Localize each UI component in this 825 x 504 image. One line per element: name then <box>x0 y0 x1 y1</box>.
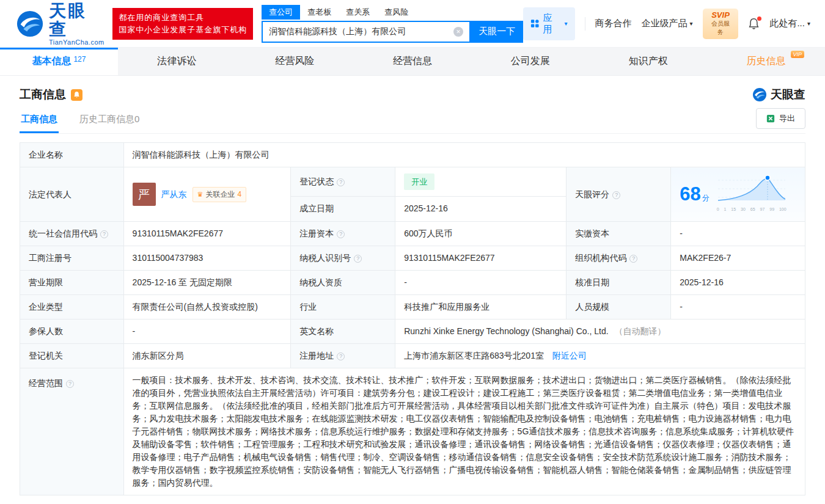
menu-cooperation[interactable]: 商务合作 <box>595 18 631 29</box>
search-tab-boss[interactable]: 查老板 <box>300 5 339 20</box>
search-tab-risk[interactable]: 查风险 <box>377 5 416 20</box>
header-menu: 应用 ▾ 商务合作 企业级产品 ▾ SVIP 会员服务 此处有... ▾ <box>523 7 810 40</box>
tab-intellectual-property[interactable]: 知识产权 <box>589 48 707 75</box>
field-label: 组织机构代码 <box>575 253 626 263</box>
table-row: 参保人数 - 英文名称 Runzhi Xinke Energy Technolo… <box>20 320 805 344</box>
status-badge: 开业 <box>404 173 435 190</box>
tianyancha-logo[interactable]: 天眼查 TianYanCha.com <box>16 2 105 46</box>
clear-search-icon[interactable]: ✕ <box>453 27 463 37</box>
subtab-business-info[interactable]: 工商信息 <box>20 108 59 133</box>
top-header: 天眼查 TianYanCha.com 都在用的商业查询工具 国家中小企业发展子基… <box>0 0 825 48</box>
related-companies-label: 关联企业 <box>205 188 235 201</box>
main-content: 工商信息 天眼查 工商信息 历史工商信息0 导出 <box>0 87 825 495</box>
tab-label: 经营信息 <box>393 55 432 68</box>
search-tab-relation[interactable]: 查关系 <box>339 5 377 20</box>
menu-more[interactable]: 此处有... ▾ <box>769 18 810 29</box>
subtab-history-business-info[interactable]: 历史工商信息0 <box>78 108 141 133</box>
nearby-companies-link[interactable]: 附近公司 <box>552 351 587 360</box>
table-row: 登记机关 浦东新区分局 注册地址? 上海市浦东新区枣庄路683号北201室 附近… <box>20 344 805 368</box>
company-name-value: 润智信科能源科技（上海）有限公司 <box>123 143 805 167</box>
insured-count-value: - <box>123 320 291 344</box>
table-row: 工商注册号 310115004737983 纳税人识别号? 91310115MA… <box>20 246 805 271</box>
tab-history-info[interactable]: 历史信息 VIP <box>707 48 825 75</box>
excel-export-icon <box>766 114 775 123</box>
business-term-value: 2025-12-16 至 无固定期限 <box>123 271 291 295</box>
legal-rep-avatar[interactable]: 严 <box>133 183 156 206</box>
svip-sublabel: 会员服务 <box>709 20 733 37</box>
chevron-down-icon: ▾ <box>689 20 692 27</box>
field-label: 纳税人识别号 <box>299 253 351 263</box>
tab-label: 法律诉讼 <box>157 55 196 68</box>
help-icon[interactable]: ? <box>337 230 345 238</box>
related-companies-count: 4 <box>237 188 241 201</box>
paid-capital-label: 实缴资本 <box>566 222 671 246</box>
tab-label: 知识产权 <box>629 55 668 68</box>
search-block: 查公司 查老板 查关系 查风险 ✕ 天眼一下 <box>262 5 523 43</box>
apps-button[interactable]: 应用 ▾ <box>523 7 574 40</box>
notification-dot <box>757 16 761 21</box>
reg-address-text: 上海市浦东新区枣庄路683号北201室 <box>404 351 544 360</box>
help-icon[interactable]: ? <box>66 380 74 388</box>
export-button[interactable]: 导出 <box>756 108 805 129</box>
approval-date-value: 2025-12-16 <box>671 271 805 295</box>
subtab-row: 工商信息 历史工商信息0 导出 <box>20 108 805 134</box>
english-name-value: Runzhi Xinke Energy Technology (Shanghai… <box>395 320 805 344</box>
tab-legal-litigation[interactable]: 法律诉讼 <box>118 48 236 75</box>
field-label: 天眼评分 <box>575 189 609 199</box>
auto-translate-note: （自动翻译） <box>614 326 666 336</box>
help-icon[interactable]: ? <box>629 255 637 263</box>
search-tabs: 查公司 查老板 查关系 查风险 <box>262 5 523 20</box>
help-icon[interactable]: ? <box>354 255 362 263</box>
taxpayer-qualification-label: 纳税人资质 <box>291 271 395 295</box>
reg-capital-label: 注册资本? <box>291 222 395 246</box>
grid-icon <box>530 19 539 28</box>
promo-line-2: 国家中小企业发展子基金旗下机构 <box>119 24 247 36</box>
chevron-down-icon: ▾ <box>807 20 810 27</box>
help-icon[interactable]: ? <box>612 191 620 199</box>
section-title: 工商信息 <box>20 87 66 103</box>
reg-address-cell: 上海市浦东新区枣庄路683号北201室 附近公司 <box>395 344 805 368</box>
score-cell[interactable]: 68分 <box>671 167 805 222</box>
business-scope-value: 一般项目：技术服务、技术开发、技术咨询、技术交流、技术转让、技术推广；软件开发；… <box>123 368 805 495</box>
tab-label: 基本信息 <box>32 55 71 68</box>
score-unit: 分 <box>702 194 710 202</box>
english-name-label: 英文名称 <box>291 320 395 344</box>
tab-operation-risk[interactable]: 经营风险 <box>236 48 354 75</box>
related-companies-badge[interactable]: ♛ 关联企业 4 <box>193 187 247 202</box>
table-row: 企业类型 有限责任公司(自然人投资或控股) 行业 科技推广和应用服务业 人员规模… <box>20 295 805 320</box>
help-icon[interactable]: ? <box>100 230 108 238</box>
enterprise-label: 企业级产品 <box>641 18 687 29</box>
menu-enterprise[interactable]: 企业级产品 ▾ <box>641 18 692 29</box>
search-input-box[interactable]: ✕ <box>262 21 471 43</box>
promo-banner: 都在用的商业查询工具 国家中小企业发展子基金旗下机构 <box>112 8 253 40</box>
crown-icon: ♛ <box>197 191 204 198</box>
search-tab-company[interactable]: 查公司 <box>262 5 300 20</box>
help-icon[interactable]: ? <box>337 352 345 360</box>
notification-bell[interactable] <box>748 18 760 30</box>
search-button[interactable]: 天眼一下 <box>471 21 523 43</box>
help-icon[interactable]: ? <box>337 178 345 186</box>
svip-member-button[interactable]: SVIP 会员服务 <box>703 9 739 39</box>
score-chart: 011530659799100 <box>717 173 787 216</box>
establish-date-label: 成立日期 <box>291 196 395 221</box>
watermark-label: 天眼查 <box>771 87 805 103</box>
tab-operation-info[interactable]: 经营信息 <box>354 48 472 75</box>
search-input[interactable] <box>269 27 453 37</box>
table-row: 统一社会信用代码? 91310115MAK2FE2677 注册资本? 600万人… <box>20 222 805 246</box>
score-axis: 011530659799100 <box>717 203 787 216</box>
subscribe-bell-icon[interactable] <box>71 89 82 101</box>
tab-company-development[interactable]: 公司发展 <box>471 48 589 75</box>
company-name-label: 企业名称 <box>20 143 124 167</box>
tab-basic-info[interactable]: 基本信息 127 <box>0 48 118 75</box>
legal-rep-name-link[interactable]: 严从东 <box>161 188 187 201</box>
legal-rep-cell: 严 严从东 ♛ 关联企业 4 <box>123 167 291 222</box>
credit-code-label: 统一社会信用代码? <box>20 222 124 246</box>
company-type-value: 有限责任公司(自然人投资或控股) <box>123 295 291 320</box>
business-info-table: 企业名称 润智信科能源科技（上海）有限公司 法定代表人 严 严从东 ♛ 关联企业… <box>20 142 805 495</box>
svip-label: SVIP <box>709 11 733 20</box>
tianyancha-eye-icon <box>16 10 44 38</box>
brand-domain: TianYanCha.com <box>49 38 105 46</box>
apps-label: 应用 <box>543 12 561 35</box>
table-row: 法定代表人 严 严从东 ♛ 关联企业 4 登记状态? <box>20 167 805 197</box>
credit-code-value: 91310115MAK2FE2677 <box>123 222 291 246</box>
